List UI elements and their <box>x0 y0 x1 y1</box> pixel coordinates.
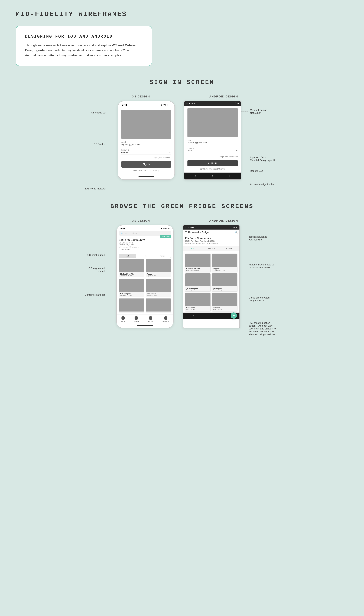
fab-button[interactable]: + <box>231 313 237 319</box>
ios-password-field[interactable]: Password •••••••••• 👁 <box>121 149 171 154</box>
ann-home-indicator-dash <box>107 189 118 189</box>
android-password-value[interactable]: •••••••• 👁 <box>187 150 238 153</box>
ios-logo-placeholder <box>121 110 171 138</box>
ios-browse-home-indicator <box>117 324 173 328</box>
android-item-name-2: Peppers <box>213 268 236 270</box>
ios-forgot-password[interactable]: Forgot your password? <box>121 157 171 159</box>
android-item-name-3: TJ's Spaghetti <box>186 287 209 289</box>
ios-add-item-btn[interactable]: ADD ITEM <box>160 235 171 238</box>
android-wifi-icon: WiFi <box>191 102 195 105</box>
battery-icon: ▪▪▪ <box>168 104 170 106</box>
ann-ios-small-btn-text: iOS small button <box>87 254 105 257</box>
ann-top-nav-text: Top navigation isiOS specific <box>249 235 267 241</box>
android-email-field[interactable]: Email ally3030@gmail.com <box>187 139 238 145</box>
right-annotations-signin: Material Designstatus bar Input text fie… <box>241 101 283 186</box>
ios-items-grid-container: Chobani Oat Milk Best Before 2 Days Pepp… <box>117 259 173 315</box>
ios-community-info: ADD ITEM Elk Farm Community 120 Elk Farm… <box>117 238 173 253</box>
android-recent-nav[interactable]: □ <box>229 175 231 178</box>
ios-community-name: Elk Farm Community <box>119 238 171 242</box>
ios-browse-wifi: WiFi <box>163 228 167 230</box>
ios-tab-add[interactable]: Add Item <box>148 316 153 322</box>
android-tab-all[interactable]: ALL <box>183 246 202 251</box>
list-item[interactable]: Bananas Shelf Life N/A <box>212 293 237 311</box>
ios-tab-search-label: Search <box>134 320 139 322</box>
android-browse-recent-nav[interactable]: □ <box>228 314 230 317</box>
ios-email-value[interactable]: ally3030@gmail.com <box>121 144 171 147</box>
ios-item-info-4: Bread Flour Expires 7 Days+ <box>146 292 171 297</box>
hamburger-icon[interactable]: ☰ <box>185 231 187 234</box>
ios-segmented-control-container: All Fridge Pantry <box>117 254 173 258</box>
ann-status-bar-dash <box>107 113 118 113</box>
ios-eye-icon[interactable]: 👁 <box>169 151 171 153</box>
ann-containers-flat-dash <box>106 295 116 295</box>
ios-tab-fridge[interactable]: Fridge <box>136 254 154 258</box>
android-browse-title: Browse the Fridge <box>188 231 234 234</box>
list-item[interactable]: Bread Flour Expires 7 Days+ <box>146 279 171 297</box>
ios-item-img-2 <box>146 259 171 272</box>
android-email-label: Email <box>187 139 238 141</box>
ios-home-bar <box>138 176 154 177</box>
ios-sign-in-button[interactable]: Sign in <box>121 161 171 168</box>
list-item[interactable]: Chobani Oat Milk Best Before 2 Days <box>119 259 144 277</box>
android-forgot-password[interactable]: Forgot your password? <box>187 156 238 158</box>
info-card-title: DESIGNING FOR iOS AND ANDROID <box>25 34 143 39</box>
ios-tab-locations[interactable]: Locations <box>162 316 169 322</box>
android-item-expiry-3: Past Expiry 5 days <box>186 289 209 291</box>
ios-sign-up-text[interactable]: Don't have an account? Sign up <box>121 169 171 172</box>
ios-tab-pantry[interactable]: Pantry <box>154 254 171 258</box>
ios-community-stats: 106 members · 608 items saved <box>119 246 171 248</box>
android-password-field[interactable]: Password •••••••• 👁 <box>187 148 238 153</box>
list-item[interactable] <box>146 298 171 313</box>
list-item[interactable]: Cucumber Shelf Life N/A <box>185 293 211 311</box>
list-item[interactable]: Peppers Expires 7 Days+ <box>146 259 171 277</box>
android-eye-icon[interactable]: 👁 <box>235 150 238 152</box>
list-item[interactable]: Chobani Oat Milk Best Before 2 Days <box>185 254 211 272</box>
android-tab-fridge[interactable]: FRIDGE <box>202 246 221 251</box>
browse-section: BROWSE THE GREEN FRIDGE SCREENS iOS DESI… <box>16 203 348 336</box>
android-tab-pantry[interactable]: PANTRY <box>221 246 239 251</box>
ios-item-info-1: Chobani Oat Milk Best Before 2 Days <box>119 272 144 277</box>
android-email-value[interactable]: ally3030@gmail.com <box>187 142 238 145</box>
list-item[interactable] <box>119 298 144 313</box>
android-item-img-2 <box>212 254 237 267</box>
android-browse-home-nav[interactable]: ○ <box>210 314 212 317</box>
android-browse-left-icons: ○ ▲ WiFi <box>185 226 194 229</box>
android-home-nav[interactable]: ○ <box>212 175 213 178</box>
list-item[interactable]: Peppers Best Before 7 Days+ <box>212 254 237 272</box>
android-back-nav[interactable]: ◁ <box>194 174 196 178</box>
ann-cards-elevated: Cards are elevatedusing shadows <box>240 296 270 302</box>
android-circle-icon: ○ <box>186 102 187 105</box>
ios-tab-all[interactable]: All <box>119 254 136 258</box>
ios-segmented-control[interactable]: All Fridge Pantry <box>119 254 171 258</box>
android-item-img-6 <box>212 293 237 306</box>
android-triangle-icon: ▲ <box>188 102 190 105</box>
ios-password-value[interactable]: •••••••••• 👁 <box>121 151 171 154</box>
android-item-info-3: TJ's Spaghetti Past Expiry 5 days <box>185 287 210 291</box>
ios-time: 9:41 <box>122 103 127 106</box>
android-browse-back-nav[interactable]: ◁ <box>193 314 194 317</box>
list-item[interactable]: TJ's Spaghetti Past Expiry 5 Days <box>119 279 144 297</box>
ann-top-nav: Top navigation isiOS specific <box>240 235 267 241</box>
ios-tab-search[interactable]: Search <box>134 316 139 322</box>
list-item[interactable]: Bread Flour Expires 7 Days+ <box>212 273 237 292</box>
android-item-info-2: Peppers Best Before 7 Days+ <box>212 267 237 272</box>
ios-tab-home[interactable]: Home <box>121 316 125 322</box>
ios-search-icon: 🔍 <box>121 232 123 235</box>
ann-sf-pro-text: SF Pro text <box>94 143 106 146</box>
ios-search-text: Search for item <box>124 232 137 234</box>
ios-password-dots: •••••••••• <box>121 151 129 153</box>
ios-email-field[interactable]: Email ally3030@gmail.com <box>121 141 171 147</box>
ann-cards-elevated-text: Cards are elevatedusing shadows <box>249 296 270 302</box>
signal-icon: ▲ <box>161 104 163 106</box>
ios-item-img-5 <box>119 299 144 312</box>
sign-in-section: SIGN IN SCREEN iOS DESIGN ANDROID DESIGN… <box>16 79 348 190</box>
android-browse-triangle: ▲ <box>187 226 189 229</box>
ios-browse-icons: ▲ WiFi ▪▪▪ <box>161 228 169 230</box>
list-item[interactable]: TJ's Spaghetti Past Expiry 5 days <box>185 273 211 292</box>
android-items-container: Chobani Oat Milk Best Before 2 Days Pepp… <box>183 251 239 313</box>
ios-item-name-2: Peppers <box>147 273 170 275</box>
android-sign-in-button[interactable]: SIGN IN <box>187 160 238 166</box>
left-annotations-signin: iOS status bar SF Pro text iOS home indi… <box>81 101 118 190</box>
android-search-btn[interactable]: 🔍 <box>235 231 238 234</box>
android-sign-up-text[interactable]: Don't have an account? Sign up <box>187 168 238 170</box>
